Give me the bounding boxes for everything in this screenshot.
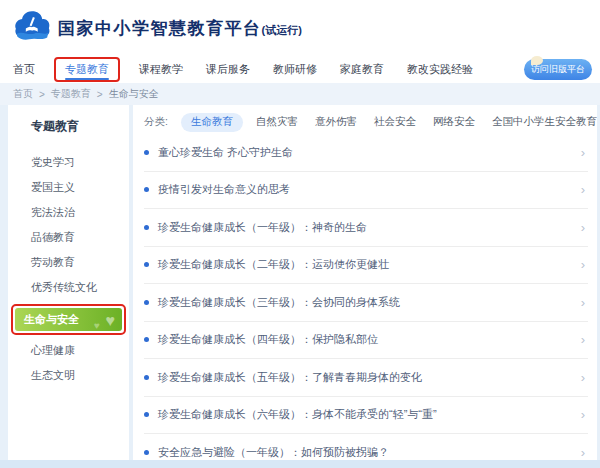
chevron-right-icon: › xyxy=(581,295,585,310)
site-title: 国家中小学智慧教育平台(试运行) xyxy=(58,17,302,40)
bullet-dot-icon xyxy=(144,262,149,267)
breadcrumb-separator: > xyxy=(97,89,103,100)
nav-item-courses[interactable]: 课程教学 xyxy=(139,62,183,77)
sidebar-item-labor-education[interactable]: 劳动教育 xyxy=(8,250,129,275)
bullet-dot-icon xyxy=(144,412,149,417)
chevron-right-icon: › xyxy=(581,182,585,197)
nav-item-afterschool[interactable]: 课后服务 xyxy=(206,62,250,77)
button-decoration xyxy=(531,56,543,65)
main-nav: 首页 专题教育 课程教学 课后服务 教师研修 家庭教育 教改实践经验 访问旧版平… xyxy=(0,56,600,83)
list-item-title: 安全应急与避险（一年级）：如何预防被拐骗？ xyxy=(158,445,389,460)
old-version-button[interactable]: 访问旧版平台 xyxy=(524,59,592,80)
chevron-right-icon: › xyxy=(581,407,585,422)
list-item[interactable]: 珍爱生命健康成长（五年级）：了解青春期身体的变化 › xyxy=(144,359,588,397)
list-item[interactable]: 童心珍爱生命 齐心守护生命 › xyxy=(144,134,588,172)
sidebar-item-moral-education[interactable]: 品德教育 xyxy=(8,225,129,250)
list-item-title: 珍爱生命健康成长（一年级）：神奇的生命 xyxy=(158,220,367,235)
bottom-strip xyxy=(0,460,600,468)
list-item-title: 珍爱生命健康成长（五年级）：了解青春期身体的变化 xyxy=(158,370,422,385)
sidebar-title: 专题教育 xyxy=(31,118,129,135)
bullet-dot-icon xyxy=(144,337,149,342)
nav-item-family-education[interactable]: 家庭教育 xyxy=(340,62,384,77)
list-item-title: 童心珍爱生命 齐心守护生命 xyxy=(158,145,293,160)
sidebar-item-mental-health[interactable]: 心理健康 xyxy=(8,338,129,363)
list-item[interactable]: 珍爱生命健康成长（二年级）：运动使你更健壮 › xyxy=(144,247,588,285)
chevron-right-icon: › xyxy=(581,220,585,235)
breadcrumb-separator: > xyxy=(39,89,45,100)
list-item-title: 珍爱生命健康成长（四年级）：保护隐私部位 xyxy=(158,332,378,347)
chevron-right-icon: › xyxy=(581,257,585,272)
nav-item-teacher-training[interactable]: 教师研修 xyxy=(273,62,317,77)
site-title-suffix: (试运行) xyxy=(262,24,302,36)
breadcrumb: 首页 > 专题教育 > 生命与安全 xyxy=(0,83,600,105)
old-version-button-label: 访问旧版平台 xyxy=(531,63,585,76)
sidebar-item-constitution-law[interactable]: 宪法法治 xyxy=(8,200,129,225)
bullet-dot-icon xyxy=(144,187,149,192)
breadcrumb-current: 生命与安全 xyxy=(109,87,159,101)
list-item[interactable]: 珍爱生命健康成长（三年级）：会协同的身体系统 › xyxy=(144,284,588,322)
header: 国家中小学智慧教育平台(试运行) xyxy=(0,0,600,56)
filter-accidental-injury[interactable]: 意外伤害 xyxy=(315,115,357,129)
bullet-dot-icon xyxy=(144,225,149,230)
sidebar-item-patriotism[interactable]: 爱国主义 xyxy=(8,175,129,200)
list-item-title: 珍爱生命健康成长（二年级）：运动使你更健壮 xyxy=(158,257,389,272)
list-item[interactable]: 安全应急与避险（一年级）：如何预防被拐骗？ › xyxy=(144,434,588,460)
list-item[interactable]: 珍爱生命健康成长（一年级）：神奇的生命 › xyxy=(144,209,588,247)
active-tab-underline xyxy=(65,78,109,81)
nav-item-home[interactable]: 首页 xyxy=(13,62,35,77)
filter-label: 分类: xyxy=(144,115,168,129)
filter-natural-disaster[interactable]: 自然灾害 xyxy=(256,115,298,129)
chevron-right-icon: › xyxy=(581,370,585,385)
heart-icon: ♥ xyxy=(94,314,100,331)
category-filter-row: 分类: 生命教育 自然灾害 意外伤害 社会安全 网络安全 全国中小学生安全教育日 xyxy=(133,105,597,129)
list-item-title: 珍爱生命健康成长（六年级）：身体不能承受的“轻”与“重” xyxy=(158,407,437,422)
breadcrumb-special-education[interactable]: 专题教育 xyxy=(51,87,91,101)
filter-social-safety[interactable]: 社会安全 xyxy=(374,115,416,129)
breadcrumb-home[interactable]: 首页 xyxy=(13,87,33,101)
chevron-right-icon: › xyxy=(581,445,585,460)
sidebar-item-traditional-culture[interactable]: 优秀传统文化 xyxy=(8,275,129,300)
list-item[interactable]: 珍爱生命健康成长（四年级）：保护隐私部位 › xyxy=(144,322,588,360)
list-item-title: 珍爱生命健康成长（三年级）：会协同的身体系统 xyxy=(158,295,400,310)
filter-national-safety-day[interactable]: 全国中小学生安全教育日 xyxy=(492,115,597,129)
heart-icon: ♥ xyxy=(106,309,116,331)
bullet-dot-icon xyxy=(144,300,149,305)
list-item[interactable]: 珍爱生命健康成长（六年级）：身体不能承受的“轻”与“重” › xyxy=(144,397,588,435)
sidebar-item-ecology[interactable]: 生态文明 xyxy=(8,363,129,388)
main-content: 分类: 生命教育 自然灾害 意外伤害 社会安全 网络安全 全国中小学生安全教育日… xyxy=(133,105,597,460)
annotation-box-life-safety: 生命与安全 ♥ ♥ xyxy=(11,304,126,335)
chevron-right-icon: › xyxy=(581,332,585,347)
list-item[interactable]: 疫情引发对生命意义的思考 › xyxy=(144,172,588,210)
nav-item-label: 专题教育 xyxy=(65,63,109,75)
nav-items: 首页 专题教育 课程教学 课后服务 教师研修 家庭教育 教改实践经验 xyxy=(0,56,600,83)
list-item-title: 疫情引发对生命意义的思考 xyxy=(158,182,290,197)
sidebar-item-life-safety-active[interactable]: 生命与安全 ♥ ♥ xyxy=(15,308,122,331)
bullet-dot-icon xyxy=(144,150,149,155)
nav-item-special-education[interactable]: 专题教育 xyxy=(54,57,120,82)
bullet-dot-icon xyxy=(144,375,149,380)
sidebar-item-party-history[interactable]: 党史学习 xyxy=(8,150,129,175)
nav-item-reform-practice[interactable]: 教改实践经验 xyxy=(407,62,473,77)
platform-logo-icon xyxy=(13,8,51,46)
filter-network-safety[interactable]: 网络安全 xyxy=(433,115,475,129)
sidebar-item-label: 生命与安全 xyxy=(24,313,79,325)
filter-life-education[interactable]: 生命教育 xyxy=(181,113,243,132)
resource-list: 童心珍爱生命 齐心守护生命 › 疫情引发对生命意义的思考 › 珍爱生命健康成长（… xyxy=(133,134,597,460)
chevron-right-icon: › xyxy=(581,145,585,160)
bullet-dot-icon xyxy=(144,450,149,455)
sidebar: 专题教育 党史学习 爱国主义 宪法法治 品德教育 劳动教育 优秀传统文化 生命与… xyxy=(8,105,129,460)
site-title-text: 国家中小学智慧教育平台 xyxy=(58,19,262,38)
page: 国家中小学智慧教育平台(试运行) 首页 专题教育 课程教学 课后服务 教师研修 … xyxy=(0,0,600,468)
